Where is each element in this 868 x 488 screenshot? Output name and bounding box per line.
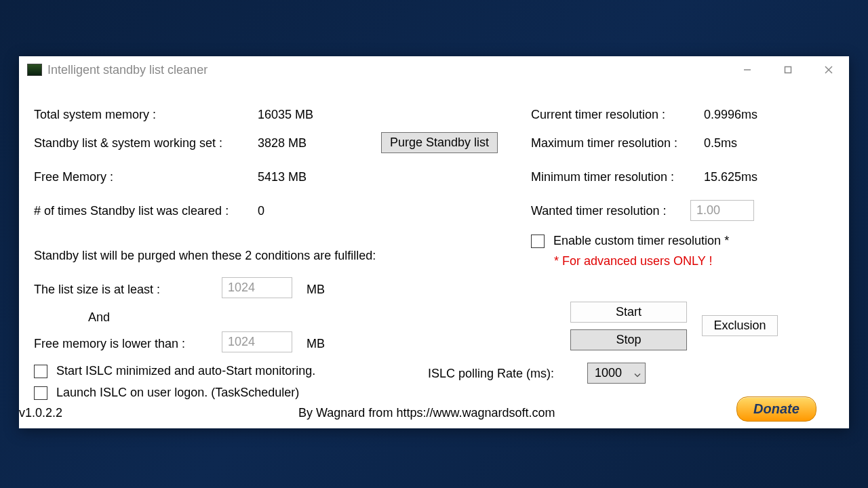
polling-value: 1000 bbox=[595, 366, 622, 380]
max-timer-label: Maximum timer resolution : bbox=[531, 136, 677, 150]
titlebar[interactable]: Intelligent standby list cleaner bbox=[19, 56, 849, 83]
polling-label: ISLC polling Rate (ms): bbox=[428, 367, 554, 381]
list-size-label: The list size is at least : bbox=[34, 283, 160, 297]
list-size-input[interactable] bbox=[222, 277, 292, 298]
list-size-unit: MB bbox=[307, 283, 325, 297]
launch-logon-label: Launch ISLC on user logon. (TaskSchedule… bbox=[56, 386, 299, 399]
cleared-count-label: # of times Standby list was cleared : bbox=[34, 204, 229, 218]
version-label: v1.0.2.2 bbox=[19, 406, 62, 420]
free-lower-unit: MB bbox=[307, 337, 325, 351]
chevron-down-icon bbox=[634, 366, 641, 380]
exclusion-button[interactable]: Exclusion bbox=[702, 315, 778, 336]
launch-logon-row: Launch ISLC on user logon. (TaskSchedule… bbox=[34, 386, 299, 400]
min-timer-value: 15.625ms bbox=[704, 170, 757, 184]
purge-standby-button[interactable]: Purge Standby list bbox=[381, 132, 498, 153]
enable-timer-label: Enable custom timer resolution * bbox=[553, 234, 729, 247]
standby-memory-label: Standby list & system working set : bbox=[34, 136, 222, 150]
start-minimized-checkbox[interactable] bbox=[34, 365, 47, 378]
free-memory-label: Free Memory : bbox=[34, 170, 113, 184]
free-lower-label: Free memory is lower than : bbox=[34, 337, 185, 351]
total-memory-label: Total system memory : bbox=[34, 108, 156, 122]
wanted-timer-label: Wanted timer resolution : bbox=[531, 204, 666, 218]
conditions-header: Standby list will be purged when these 2… bbox=[34, 249, 376, 263]
total-memory-value: 16035 MB bbox=[258, 108, 313, 122]
current-timer-label: Current timer resolution : bbox=[531, 108, 665, 122]
start-minimized-row: Start ISLC minimized and auto-Start moni… bbox=[34, 364, 315, 378]
cleared-count-value: 0 bbox=[258, 204, 264, 218]
min-timer-label: Minimum timer resolution : bbox=[531, 170, 674, 184]
enable-timer-checkbox[interactable] bbox=[531, 235, 545, 248]
close-button[interactable] bbox=[808, 56, 849, 83]
max-timer-value: 0.5ms bbox=[704, 136, 737, 150]
minimize-button[interactable] bbox=[727, 56, 768, 83]
polling-select[interactable]: 1000 bbox=[587, 363, 646, 384]
standby-memory-value: 3828 MB bbox=[258, 136, 307, 150]
start-button[interactable]: Start bbox=[570, 302, 687, 323]
free-memory-value: 5413 MB bbox=[258, 170, 307, 184]
maximize-button[interactable] bbox=[768, 56, 808, 83]
timer-warning: * For advanced users ONLY ! bbox=[554, 254, 712, 268]
window-controls bbox=[727, 56, 849, 83]
credit-label: By Wagnard from https://www.wagnardsoft.… bbox=[298, 406, 555, 420]
app-icon bbox=[27, 64, 42, 76]
svg-rect-1 bbox=[785, 67, 791, 73]
app-window: Intelligent standby list cleaner Total s… bbox=[19, 56, 849, 428]
launch-logon-checkbox[interactable] bbox=[34, 386, 47, 400]
and-label: And bbox=[88, 310, 110, 325]
window-title: Intelligent standby list cleaner bbox=[47, 63, 208, 77]
stop-button[interactable]: Stop bbox=[570, 329, 687, 350]
enable-timer-row: Enable custom timer resolution * bbox=[531, 234, 729, 248]
start-minimized-label: Start ISLC minimized and auto-Start moni… bbox=[56, 364, 315, 378]
donate-button[interactable]: Donate bbox=[736, 396, 816, 422]
free-lower-input[interactable] bbox=[222, 331, 292, 352]
current-timer-value: 0.9996ms bbox=[704, 108, 757, 122]
wanted-timer-input[interactable] bbox=[690, 200, 754, 221]
content-area: Total system memory : 16035 MB Standby l… bbox=[19, 83, 849, 104]
